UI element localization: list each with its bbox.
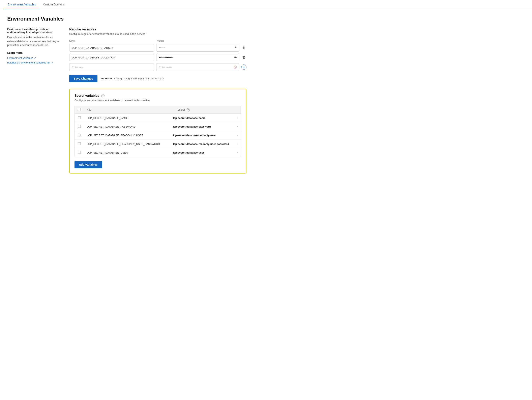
- col-key-header: Key: [87, 108, 174, 111]
- tabs-bar: Environment Variables Custom Domains: [0, 0, 532, 9]
- regular-vars-desc: Configure regular environment variables …: [69, 32, 247, 35]
- tab-environment-variables[interactable]: Environment Variables: [4, 0, 39, 9]
- secret-key-2: LCP_SECRET_DATABASE_READONLY_USER: [87, 134, 170, 137]
- page-title: Environment Variables: [7, 16, 247, 22]
- secret-variables-section: Secret variables ? Configure secret envi…: [69, 89, 247, 174]
- toggle-visibility-1[interactable]: 👁: [234, 46, 237, 50]
- important-help-icon[interactable]: ?: [160, 77, 164, 80]
- secret-row-4[interactable]: LCP_SECRET_DATABASE_USER lcp-secret-data…: [75, 148, 241, 157]
- secret-val-2: lcp-secret-database-readonly-user: [173, 134, 234, 137]
- secret-val-4: lcp-secret-database-user: [173, 151, 234, 154]
- secret-key-0: LCP_SECRET_DATABASE_NAME: [87, 116, 170, 120]
- val-wrapper-empty: 🚫: [156, 63, 239, 71]
- right-content: Regular variables Configure regular envi…: [69, 28, 247, 174]
- chevron-right-icon-1: ›: [237, 125, 238, 128]
- secret-table: Key Secret ? LCP_SECRET_DATABASE_NAME lc…: [75, 106, 241, 157]
- kv-row-empty: 🚫 +: [69, 63, 247, 71]
- trash-icon-1: 🗑: [242, 46, 246, 50]
- secret-checkbox-3[interactable]: [78, 142, 81, 145]
- learn-more-title: Learn more: [7, 51, 60, 54]
- external-link-icon: ↗: [34, 57, 36, 59]
- chevron-right-icon-3: ›: [237, 142, 238, 146]
- secret-vars-title: Secret variables: [75, 94, 99, 97]
- eye-slash-icon: 🚫: [233, 65, 237, 69]
- val-wrapper-1: 👁: [156, 44, 239, 52]
- sidebar: Environment variables provide an additio…: [7, 28, 60, 174]
- value-input-2[interactable]: [156, 54, 239, 61]
- secret-title-row: Secret variables ?: [75, 94, 241, 97]
- secret-vars-desc: Configure secret environment variables t…: [75, 99, 241, 102]
- chevron-right-icon-0: ›: [237, 116, 238, 120]
- secret-val-0: lcp-secret-database-name: [173, 116, 234, 120]
- col-secret-header: Secret ?: [177, 108, 238, 111]
- link-db-env-vars[interactable]: database's environment variables list ↗: [7, 61, 60, 64]
- secret-checkbox-2[interactable]: [78, 134, 81, 136]
- secret-checkbox-4[interactable]: [78, 151, 81, 154]
- secret-val-3: lcp-secret-database-readonly-user-passwo…: [173, 142, 234, 146]
- chevron-right-icon-2: ›: [237, 133, 238, 137]
- add-variables-button[interactable]: Add Variables: [75, 161, 102, 168]
- save-row: Save Changes Important: saving changes w…: [69, 75, 247, 82]
- secret-row-2[interactable]: LCP_SECRET_DATABASE_READONLY_USER lcp-se…: [75, 131, 241, 140]
- important-notice: Important: saving changes will impact th…: [101, 77, 164, 80]
- secret-checkbox-1[interactable]: [78, 125, 81, 128]
- trash-icon-2: 🗑: [242, 56, 246, 59]
- regular-variables-section: Regular variables Configure regular envi…: [69, 28, 247, 82]
- secret-row-3[interactable]: LCP_SECRET_DATABASE_READONLY_USER_PASSWO…: [75, 140, 241, 148]
- key-input-empty[interactable]: [69, 63, 154, 71]
- secret-col-help-icon[interactable]: ?: [187, 108, 190, 111]
- secret-table-header: Key Secret ?: [75, 106, 241, 114]
- delete-row-1[interactable]: 🗑: [242, 45, 247, 50]
- secret-checkbox-0[interactable]: [78, 116, 81, 119]
- eye-icon-2: 👁: [234, 56, 237, 59]
- key-input-2[interactable]: [69, 54, 154, 61]
- keys-label: Keys: [69, 39, 154, 42]
- tab-custom-domains[interactable]: Custom Domains: [39, 0, 68, 9]
- eye-icon-1: 👁: [234, 46, 237, 50]
- secret-key-1: LCP_SECRET_DATABASE_PASSWORD: [87, 125, 170, 128]
- regular-vars-title: Regular variables: [69, 28, 247, 31]
- values-label: Values: [157, 39, 247, 42]
- value-input-1[interactable]: [156, 44, 239, 52]
- sidebar-desc-bold: Environment variables provide an additio…: [7, 28, 60, 34]
- toggle-visibility-2[interactable]: 👁: [234, 56, 237, 59]
- toggle-visibility-empty[interactable]: 🚫: [233, 65, 237, 69]
- select-all-checkbox[interactable]: [78, 108, 81, 111]
- secret-key-3: LCP_SECRET_DATABASE_READONLY_USER_PASSWO…: [87, 142, 170, 146]
- secret-key-4: LCP_SECRET_DATABASE_USER: [87, 151, 170, 154]
- chevron-right-icon-4: ›: [237, 151, 238, 154]
- secret-help-icon[interactable]: ?: [101, 94, 105, 97]
- val-wrapper-2: 👁: [156, 54, 239, 61]
- secret-row-0[interactable]: LCP_SECRET_DATABASE_NAME lcp-secret-data…: [75, 114, 241, 122]
- kv-row-1: 👁 🗑: [69, 44, 247, 52]
- external-link-icon-2: ↗: [51, 61, 53, 64]
- secret-val-1: lcp-secret-database-password: [173, 125, 234, 128]
- link-env-vars[interactable]: Environment variables ↗: [7, 56, 60, 59]
- secret-row-1[interactable]: LCP_SECRET_DATABASE_PASSWORD lcp-secret-…: [75, 122, 241, 131]
- plus-icon: +: [243, 65, 245, 69]
- delete-row-2[interactable]: 🗑: [242, 55, 247, 60]
- add-row-button[interactable]: +: [241, 65, 247, 70]
- value-input-empty[interactable]: [156, 63, 239, 71]
- sidebar-desc-text: Examples include the credentials for an …: [7, 35, 60, 47]
- kv-labels: Keys Values: [69, 39, 247, 42]
- kv-row-2: 👁 🗑: [69, 54, 247, 61]
- key-input-1[interactable]: [69, 44, 154, 52]
- save-changes-button[interactable]: Save Changes: [69, 75, 97, 82]
